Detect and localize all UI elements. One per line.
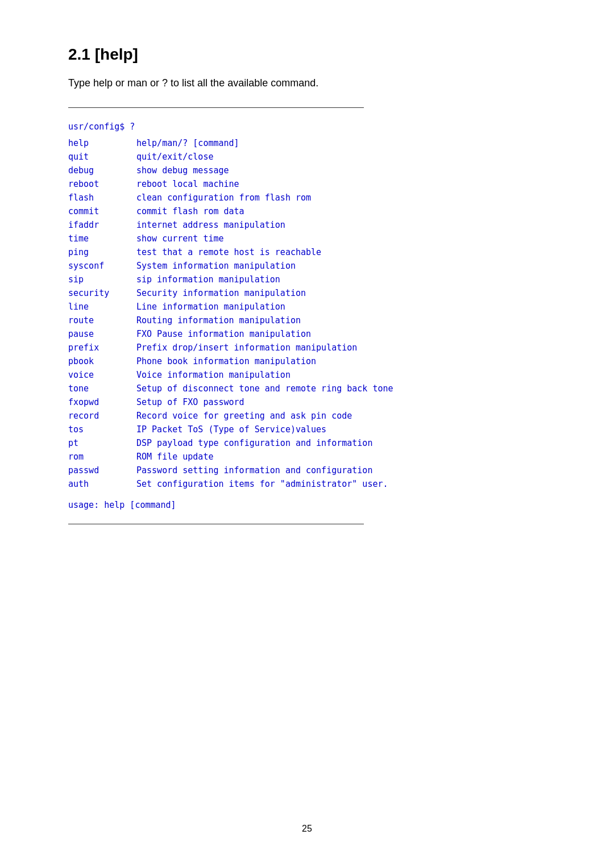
command-desc: DSP payload type configuration and infor…	[136, 436, 546, 450]
command-desc: internet address manipulation	[136, 218, 546, 232]
table-row: tosIP Packet ToS (Type of Service)values	[68, 423, 546, 436]
command-desc: Setup of disconnect tone and remote ring…	[136, 382, 546, 395]
terminal-block: usr/config$ ? helphelp/man/? [command]qu…	[68, 122, 546, 510]
table-row: romROM file update	[68, 450, 546, 464]
command-name: pause	[68, 327, 136, 341]
command-desc: Setup of FXO password	[136, 395, 546, 409]
command-table: helphelp/man/? [command]quitquit/exit/cl…	[68, 136, 546, 491]
command-name: time	[68, 232, 136, 245]
command-name: sip	[68, 273, 136, 286]
command-name: passwd	[68, 464, 136, 477]
prompt-line: usr/config$ ?	[68, 122, 546, 132]
command-desc: commit flash rom data	[136, 205, 546, 218]
command-desc: Password setting information and configu…	[136, 464, 546, 477]
command-name: reboot	[68, 177, 136, 191]
command-desc: Routing information manipulation	[136, 314, 546, 327]
command-desc: Prefix drop/insert information manipulat…	[136, 341, 546, 354]
command-name: line	[68, 300, 136, 314]
command-name: fxopwd	[68, 395, 136, 409]
command-name: voice	[68, 368, 136, 382]
command-desc: reboot local machine	[136, 177, 546, 191]
command-name: quit	[68, 150, 136, 164]
command-desc: Line information manipulation	[136, 300, 546, 314]
command-desc: quit/exit/close	[136, 150, 546, 164]
table-row: toneSetup of disconnect tone and remote …	[68, 382, 546, 395]
table-row: prefixPrefix drop/insert information man…	[68, 341, 546, 354]
command-name: ifaddr	[68, 218, 136, 232]
command-desc: Security information manipulation	[136, 286, 546, 300]
command-desc: show debug message	[136, 164, 546, 177]
command-name: sysconf	[68, 259, 136, 273]
command-desc: Phone book information manipulation	[136, 354, 546, 368]
table-row: commitcommit flash rom data	[68, 205, 546, 218]
page-number: 25	[302, 824, 312, 834]
command-name: route	[68, 314, 136, 327]
command-name: commit	[68, 205, 136, 218]
table-row: timeshow current time	[68, 232, 546, 245]
command-desc: ROM file update	[136, 450, 546, 464]
command-name: security	[68, 286, 136, 300]
top-divider	[68, 107, 364, 108]
table-row: ptDSP payload type configuration and inf…	[68, 436, 546, 450]
table-row: rebootreboot local machine	[68, 177, 546, 191]
table-row: flashclean configuration from flash rom	[68, 191, 546, 205]
command-desc: System information manipulation	[136, 259, 546, 273]
table-row: passwdPassword setting information and c…	[68, 464, 546, 477]
table-row: pbookPhone book information manipulation	[68, 354, 546, 368]
table-row: helphelp/man/? [command]	[68, 136, 546, 150]
command-name: help	[68, 136, 136, 150]
command-name: rom	[68, 450, 136, 464]
table-row: quitquit/exit/close	[68, 150, 546, 164]
command-desc: Record voice for greeting and ask pin co…	[136, 409, 546, 423]
command-name: tone	[68, 382, 136, 395]
command-name: auth	[68, 477, 136, 491]
command-name: flash	[68, 191, 136, 205]
table-row: fxopwdSetup of FXO password	[68, 395, 546, 409]
table-row: lineLine information manipulation	[68, 300, 546, 314]
table-row: sipsip information manipulation	[68, 273, 546, 286]
table-row: pingtest that a remote host is reachable	[68, 245, 546, 259]
command-desc: Voice information manipulation	[136, 368, 546, 382]
section-title: 2.1 [help]	[68, 45, 546, 64]
table-row: debugshow debug message	[68, 164, 546, 177]
command-name: record	[68, 409, 136, 423]
command-desc: Set configuration items for "administrat…	[136, 477, 546, 491]
table-row: routeRouting information manipulation	[68, 314, 546, 327]
command-name: ping	[68, 245, 136, 259]
table-row: voiceVoice information manipulation	[68, 368, 546, 382]
command-desc: sip information manipulation	[136, 273, 546, 286]
table-row: authSet configuration items for "adminis…	[68, 477, 546, 491]
command-name: debug	[68, 164, 136, 177]
command-name: tos	[68, 423, 136, 436]
command-name: prefix	[68, 341, 136, 354]
table-row: securitySecurity information manipulatio…	[68, 286, 546, 300]
command-desc: test that a remote host is reachable	[136, 245, 546, 259]
table-row: sysconfSystem information manipulation	[68, 259, 546, 273]
command-name: pbook	[68, 354, 136, 368]
command-desc: help/man/? [command]	[136, 136, 546, 150]
table-row: recordRecord voice for greeting and ask …	[68, 409, 546, 423]
usage-line: usage: help [command]	[68, 500, 546, 510]
intro-text: Type help or man or ? to list all the av…	[68, 77, 546, 89]
command-desc: FXO Pause information manipulation	[136, 327, 546, 341]
command-desc: IP Packet ToS (Type of Service)values	[136, 423, 546, 436]
command-name: pt	[68, 436, 136, 450]
table-row: pauseFXO Pause information manipulation	[68, 327, 546, 341]
command-desc: clean configuration from flash rom	[136, 191, 546, 205]
table-row: ifaddrinternet address manipulation	[68, 218, 546, 232]
bottom-divider	[68, 524, 364, 524]
command-desc: show current time	[136, 232, 546, 245]
